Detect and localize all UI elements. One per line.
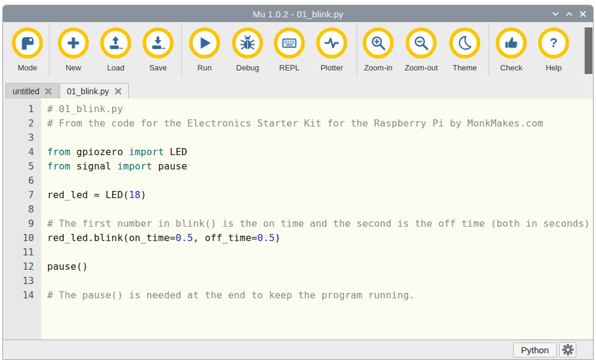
mu-editor-window: Mu 1.0.2 - 01_blink.py (2, 5, 594, 360)
toolbar-label: Load (107, 63, 125, 72)
code-line[interactable]: from signal import pause (47, 159, 593, 174)
tab-01-blink-py[interactable]: 01_blink.py (60, 83, 129, 98)
line-number: 14 (3, 288, 34, 303)
code-line[interactable]: # The first number in blink() is the on … (47, 217, 593, 231)
play-icon (189, 27, 220, 58)
code-line[interactable]: # From the code for the Electronics Star… (47, 116, 593, 131)
code-token-number: 18 (129, 189, 141, 200)
toolbar-label: Check (501, 63, 523, 72)
close-icon (45, 88, 52, 95)
tab-bar: untitled 01_blink.py (3, 78, 593, 98)
tab-untitled[interactable]: untitled (5, 83, 59, 98)
mode-status-button[interactable]: Python (513, 343, 557, 357)
close-icon (579, 10, 587, 18)
code-token-comment: # The pause() is needed at the end to ke… (47, 289, 415, 301)
tab-label: untitled (13, 87, 39, 96)
toolbar-label: Theme (453, 63, 477, 72)
code-token-plain: pause (152, 161, 187, 172)
code-token-number: 0.5 (175, 232, 193, 243)
settings-button[interactable] (559, 342, 576, 357)
toolbar-scrollbar[interactable] (585, 27, 592, 74)
toolbar-button-check[interactable]: Check (490, 27, 532, 72)
line-number: 6 (3, 174, 34, 188)
code-editor: 1234567891011121314 # 01_blink.py# From … (3, 98, 593, 340)
moon-icon (449, 27, 480, 58)
code-line[interactable] (47, 174, 593, 188)
titlebar[interactable]: Mu 1.0.2 - 01_blink.py (3, 5, 593, 22)
toolbar-separator (489, 24, 489, 76)
toolbar-button-run[interactable]: Run (184, 27, 226, 72)
toolbar-label: Run (197, 63, 212, 72)
code-line[interactable] (47, 202, 593, 217)
code-line[interactable]: red_led.blink(on_time=0.5, off_time=0.5) (47, 231, 593, 245)
code-line[interactable]: from gpiozero import LED (47, 145, 593, 159)
download-tray-icon (143, 27, 174, 58)
line-number: 12 (3, 260, 34, 274)
code-token-plain: pause() (47, 261, 88, 272)
maximize-button[interactable] (565, 10, 573, 18)
code-token-comment: # The first number in blink() is the on … (47, 218, 590, 229)
code-token-keyword: import (129, 146, 164, 158)
toolbar-button-zoom-out[interactable]: Zoom-out (400, 27, 442, 72)
code-line[interactable] (47, 245, 593, 260)
toolbar-label: New (66, 63, 81, 72)
toolbar-button-help[interactable]: ? Help (533, 27, 575, 72)
line-number: 1 (3, 102, 34, 116)
code-token-plain: gpiozero (70, 146, 129, 158)
toolbar-button-repl[interactable]: REPL (268, 27, 310, 72)
code-line[interactable]: # 01_blink.py (47, 102, 593, 116)
code-token-plain: red_led.blink(on_time= (47, 232, 175, 243)
magnifier-minus-icon (406, 27, 437, 58)
line-number: 13 (3, 274, 34, 288)
line-number: 2 (3, 116, 34, 131)
svg-text:?: ? (549, 36, 557, 50)
code-line[interactable] (47, 131, 593, 145)
code-area[interactable]: # 01_blink.py# From the code for the Ele… (41, 98, 593, 340)
gutter[interactable]: 1234567891011121314 (3, 98, 41, 340)
code-token-plain: , off_time= (193, 232, 258, 243)
thumbs-up-icon (496, 27, 527, 58)
toolbar-button-theme[interactable]: Theme (444, 27, 486, 72)
upload-tray-icon (100, 27, 131, 58)
chevron-up-icon (565, 10, 573, 18)
code-line[interactable]: red_led = LED(18) (47, 188, 593, 202)
code-line[interactable] (47, 274, 593, 288)
toolbar-button-new[interactable]: New (53, 27, 94, 72)
settings-gear-icon (561, 343, 575, 356)
toolbar-label: Save (149, 63, 167, 72)
line-number: 8 (3, 202, 34, 217)
line-number: 4 (3, 145, 34, 159)
plus-icon (58, 27, 89, 58)
toolbar: Mode New Load (3, 22, 593, 78)
toolbar-button-mode[interactable]: Mode (7, 27, 48, 72)
line-number: 3 (3, 131, 34, 145)
toolbar-button-debug[interactable]: Debug (227, 27, 268, 72)
toolbar-separator (49, 24, 50, 76)
line-number: 7 (3, 188, 34, 202)
tab-close-button[interactable] (45, 88, 52, 95)
code-token-plain: signal (70, 161, 117, 172)
question-mark-icon: ? (538, 27, 569, 58)
toolbar-label: REPL (279, 63, 299, 72)
toolbar-label: Mode (18, 63, 38, 72)
toolbar-separator (181, 24, 182, 76)
window-title: Mu 1.0.2 - 01_blink.py (253, 9, 344, 19)
minimize-button[interactable] (551, 10, 560, 18)
code-token-plain: ) (275, 232, 281, 243)
code-token-number: 0.5 (257, 232, 274, 243)
toolbar-button-save[interactable]: Save (137, 27, 179, 72)
tab-close-button[interactable] (115, 88, 122, 95)
pulse-icon (316, 27, 347, 58)
toolbar-button-zoom-in[interactable]: Zoom-in (357, 27, 399, 72)
line-number: 5 (3, 159, 34, 174)
toolbar-label: Plotter (320, 63, 343, 72)
status-bar: Python (3, 340, 593, 359)
toolbar-button-plotter[interactable]: Plotter (311, 27, 353, 72)
toolbar-button-load[interactable]: Load (95, 27, 137, 72)
code-line[interactable]: # The pause() is needed at the end to ke… (47, 288, 593, 303)
code-token-plain: LED (164, 146, 187, 158)
line-number: 11 (3, 245, 34, 260)
close-button[interactable] (579, 10, 587, 18)
code-line[interactable]: pause() (47, 260, 593, 274)
code-token-keyword: from (47, 161, 70, 172)
